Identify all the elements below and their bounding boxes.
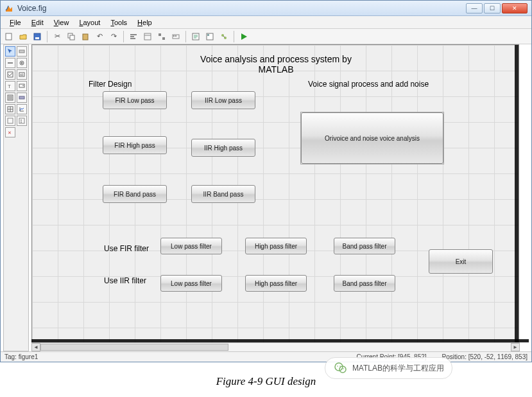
svg-rect-28 (19, 84, 24, 87)
open-icon[interactable] (17, 31, 29, 42)
svg-rect-6 (130, 34, 137, 35)
menu-editor-icon[interactable] (142, 31, 153, 42)
svg-rect-21 (8, 62, 13, 64)
status-tag: Tag: figure1 (4, 353, 38, 360)
iir-high-button[interactable]: IIR High pass (191, 139, 255, 157)
object-browser-icon[interactable] (218, 31, 230, 42)
svg-rect-10 (159, 33, 161, 36)
title-line1: Voice analysis and process system by (32, 54, 520, 64)
toolbar: ✂ ↶ ↷ (1, 29, 531, 44)
save-icon[interactable] (31, 31, 43, 42)
tab-order-icon[interactable] (156, 31, 167, 42)
use-fir-label: Use FIR filter (104, 244, 149, 253)
slider-tool-icon[interactable] (5, 58, 15, 68)
fir-high-button[interactable]: FIR High pass (103, 136, 167, 154)
listbox-tool-icon[interactable] (5, 93, 15, 103)
svg-rect-20 (19, 50, 24, 53)
window-buttons: — ☐ ✕ (466, 3, 528, 13)
orivoice-button[interactable]: Orivoice and noise voice analysis (301, 112, 443, 164)
align-icon[interactable] (128, 31, 139, 42)
activex-tool-icon[interactable]: ✕ (5, 127, 15, 137)
copy-icon[interactable] (65, 31, 77, 42)
exit-button[interactable]: Exit (429, 249, 493, 274)
cut-icon[interactable]: ✂ (51, 31, 63, 42)
iir-band-button[interactable]: IIR Band pass (191, 185, 255, 203)
statusbar: Tag: figure1 Current Point: [945, 852] P… (1, 351, 531, 362)
svg-point-23 (21, 62, 23, 64)
svg-text:T: T (8, 84, 11, 89)
maximize-button[interactable]: ☐ (484, 3, 501, 13)
iir-lowpassfilter-button[interactable]: Low pass filter (160, 275, 222, 292)
svg-point-34 (21, 119, 22, 121)
svg-rect-8 (130, 38, 135, 39)
menu-help[interactable]: Help (132, 17, 157, 28)
svg-point-35 (21, 121, 22, 123)
app-icon (4, 4, 13, 13)
channel-text: MATLAB的科学与工程应用 (352, 363, 444, 374)
menubar: File Edit View Layout Tools Help (1, 16, 531, 29)
canvas-boundary-right (515, 45, 519, 351)
svg-rect-13 (173, 35, 175, 37)
select-tool-icon[interactable] (5, 46, 15, 57)
svg-rect-14 (175, 35, 176, 37)
scroll-thumb[interactable] (40, 344, 228, 351)
radio-tool-icon[interactable] (17, 58, 27, 68)
canvas-wrap: Voice analysis and process system by MAT… (31, 44, 529, 351)
close-button[interactable]: ✕ (502, 3, 528, 13)
section-noise-label: Voice signal process and add noise (308, 80, 429, 89)
checkbox-tool-icon[interactable] (5, 69, 15, 80)
component-palette: ab T ✕ (3, 44, 29, 351)
svg-rect-30 (19, 96, 24, 99)
fir-highpassfilter-button[interactable]: High pass filter (245, 238, 307, 254)
svg-point-41 (341, 368, 342, 369)
section-filter-label: Filter Design (89, 80, 132, 89)
buttongroup-tool-icon[interactable] (17, 116, 27, 126)
edit-tool-icon[interactable]: ab (17, 69, 27, 80)
panel-tool-icon[interactable] (5, 116, 15, 126)
fir-low-button[interactable]: FIR Low pass (103, 91, 167, 109)
menu-layout[interactable]: Layout (74, 17, 105, 28)
menu-edit[interactable]: Edit (26, 17, 49, 28)
orivoice-panel[interactable]: Orivoice and noise voice analysis (300, 112, 444, 164)
gui-canvas[interactable]: Voice analysis and process system by MAT… (31, 44, 519, 351)
menu-file[interactable]: File (4, 17, 26, 28)
text-tool-icon[interactable]: T (5, 81, 15, 91)
axes-tool-icon[interactable] (17, 104, 27, 114)
status-position: Position: [520, -52, 1169, 853] (442, 353, 528, 360)
iir-bandpassfilter-button[interactable]: Band pass filter (334, 275, 395, 292)
property-inspector-icon[interactable] (204, 31, 216, 42)
main-window: Voice.fig — ☐ ✕ File Edit View Layout To… (0, 0, 532, 362)
fir-lowpassfilter-button[interactable]: Low pass filter (160, 238, 222, 254)
window-title: Voice.fig (17, 4, 466, 13)
fir-bandpassfilter-button[interactable]: Band pass filter (334, 238, 395, 254)
editor-icon[interactable] (190, 31, 202, 42)
svg-rect-0 (6, 33, 12, 40)
svg-rect-11 (162, 37, 165, 40)
paste-icon[interactable] (80, 31, 91, 42)
scroll-track[interactable] (40, 343, 511, 351)
iir-highpassfilter-button[interactable]: High pass filter (245, 275, 307, 292)
menu-view[interactable]: View (49, 17, 74, 28)
redo-icon[interactable]: ↷ (108, 31, 119, 42)
run-icon[interactable] (238, 31, 250, 42)
use-iir-label: Use IIR filter (104, 276, 146, 285)
new-icon[interactable] (3, 31, 15, 42)
svg-text:✕: ✕ (8, 130, 12, 135)
minimize-button[interactable]: — (466, 3, 483, 13)
title-line2: MATLAB (32, 64, 520, 75)
fir-band-button[interactable]: FIR Band pass (103, 185, 167, 203)
toolbar-editor-icon[interactable] (170, 31, 182, 42)
horizontal-scrollbar[interactable]: ◄ ► (31, 342, 520, 351)
iir-low-button[interactable]: IIR Low pass (191, 91, 255, 109)
toggle-tool-icon[interactable] (17, 93, 27, 103)
scroll-left-icon[interactable]: ◄ (31, 343, 40, 351)
undo-icon[interactable]: ↶ (94, 31, 105, 42)
menu-tools[interactable]: Tools (105, 17, 132, 28)
svg-rect-4 (70, 35, 74, 40)
scroll-right-icon[interactable]: ► (511, 343, 520, 351)
svg-point-40 (339, 366, 341, 367)
pushbutton-tool-icon[interactable] (17, 46, 27, 57)
popup-tool-icon[interactable] (17, 81, 27, 91)
table-tool-icon[interactable] (5, 104, 15, 114)
workspace: ab T ✕ Voice analysis and process system… (1, 44, 531, 351)
